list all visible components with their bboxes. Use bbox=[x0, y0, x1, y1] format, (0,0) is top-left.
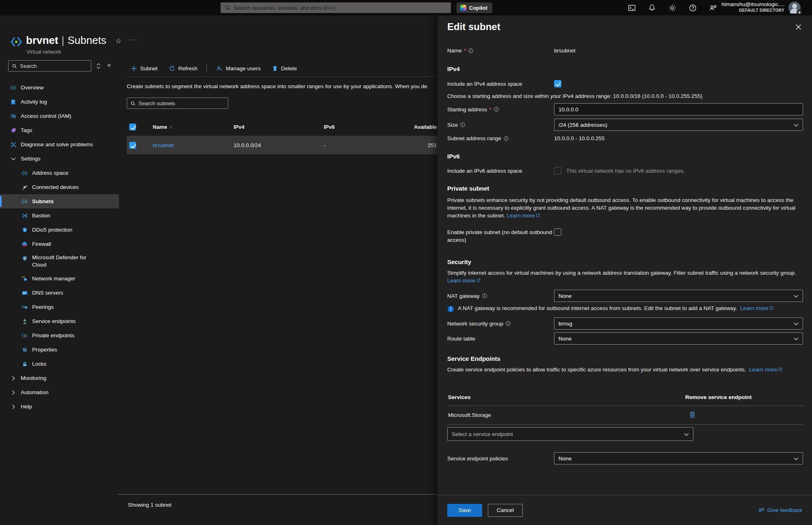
subnet-filter-input[interactable] bbox=[139, 100, 225, 106]
sidebar-item-service-endpoints[interactable]: Service endpoints bbox=[0, 314, 119, 328]
nat-info-text: A NAT gateway is recommended for outboun… bbox=[458, 305, 737, 311]
sidebar-item-automation[interactable]: Automation bbox=[0, 385, 119, 399]
chevron-down-icon bbox=[794, 293, 799, 299]
subnet-name-link[interactable]: brsubnet bbox=[153, 142, 174, 148]
global-search-input[interactable] bbox=[234, 5, 447, 11]
sidebar-item-activity-log[interactable]: Activity log bbox=[0, 95, 119, 109]
refresh-button[interactable]: Refresh bbox=[165, 62, 201, 75]
cloud-shell-icon[interactable] bbox=[628, 4, 636, 12]
address-space-icon bbox=[21, 169, 28, 176]
size-label: Size bbox=[447, 122, 458, 128]
select-all-checkbox[interactable] bbox=[129, 124, 136, 130]
nat-learn-more-link[interactable]: Learn more bbox=[740, 305, 773, 311]
sidebar-item-locks[interactable]: Locks bbox=[0, 357, 119, 371]
account-menu[interactable]: himanshu@itsumologic.... DEFAULT DIRECTO… bbox=[721, 1, 784, 13]
column-header-name[interactable]: Name↑ bbox=[153, 124, 234, 130]
feedback-icon bbox=[758, 507, 764, 514]
private-subnet-checkbox-label: Enable private subnet (no default outbou… bbox=[447, 228, 554, 244]
sidebar-item-peerings[interactable]: Peerings bbox=[0, 300, 119, 314]
sidebar-search[interactable] bbox=[8, 60, 91, 72]
save-button[interactable]: Save bbox=[447, 504, 482, 517]
subnet-range-label: Subnet address range bbox=[447, 135, 501, 141]
sidebar-item-diagnose-and-solve-problems[interactable]: Diagnose and solve problems bbox=[0, 137, 119, 152]
sidebar-item-access-control-iam[interactable]: Access control (IAM) bbox=[0, 109, 119, 123]
sidebar-item-subnets[interactable]: Subnets bbox=[0, 194, 119, 208]
bastion-icon bbox=[21, 212, 28, 219]
nat-gateway-label: NAT gateway bbox=[447, 293, 480, 299]
subnet-filter[interactable] bbox=[127, 98, 228, 109]
manage-users-button[interactable]: Manage users bbox=[212, 62, 265, 75]
sidebar-item-label: Locks bbox=[32, 361, 46, 367]
sidebar-item-label: Monitoring bbox=[21, 375, 46, 381]
security-learn-more-link[interactable]: Learn more bbox=[447, 278, 481, 284]
sidebar-item-properties[interactable]: Properties bbox=[0, 343, 119, 357]
nat-gateway-select[interactable]: None bbox=[554, 290, 803, 302]
ipv4-checkbox[interactable] bbox=[554, 80, 561, 87]
sidebar-item-ddos-protection[interactable]: DDoS protection bbox=[0, 223, 119, 237]
column-header-ipv4[interactable]: IPv4 bbox=[234, 124, 324, 130]
sidebar-item-label: Diagnose and solve problems bbox=[21, 141, 93, 148]
sidebar-item-tags[interactable]: Tags bbox=[0, 123, 119, 137]
sidebar-item-label: Activity log bbox=[21, 99, 47, 105]
service-endpoint-select[interactable]: Select a service endpoint bbox=[447, 427, 693, 441]
more-options-icon[interactable]: ··· bbox=[129, 36, 138, 43]
sidebar-item-bastion[interactable]: Bastion bbox=[0, 208, 119, 223]
service-endpoints-learn-more-link[interactable]: Learn more bbox=[749, 367, 782, 373]
sidebar-item-help[interactable]: Help bbox=[0, 399, 119, 414]
global-search[interactable] bbox=[221, 2, 451, 13]
sidebar-item-firewall[interactable]: Firewall bbox=[0, 237, 119, 251]
settings-gear-icon[interactable] bbox=[668, 4, 676, 12]
delete-button[interactable]: Delete bbox=[268, 62, 301, 75]
subnet-button[interactable]: Subnet bbox=[127, 62, 162, 75]
service-endpoint-policies-select[interactable]: None bbox=[554, 452, 803, 464]
collapse-sidebar-icon[interactable]: « bbox=[107, 61, 111, 69]
size-select[interactable]: /24 (256 addresses) bbox=[554, 119, 803, 131]
private-subnet-learn-more-link[interactable]: Learn more bbox=[507, 213, 540, 219]
table-row[interactable]: brsubnet10.0.0.0/24-251 bbox=[127, 136, 437, 154]
close-icon[interactable] bbox=[793, 22, 803, 32]
sidebar-item-address-space[interactable]: Address space bbox=[0, 166, 119, 180]
chevron-down-icon bbox=[794, 122, 799, 128]
search-icon bbox=[12, 63, 17, 69]
sidebar-item-overview[interactable]: Overview bbox=[0, 80, 119, 95]
sidebar-item-connected-devices[interactable]: Connected devices bbox=[0, 180, 119, 194]
nsg-select[interactable]: brnsg bbox=[554, 317, 803, 330]
remove-service-endpoint-icon[interactable] bbox=[689, 411, 695, 419]
activity-log-icon bbox=[10, 98, 17, 105]
sidebar-item-microsoft-defender-for-cloud[interactable]: Microsoft Defender for Cloud bbox=[0, 251, 119, 271]
command-bar: SubnetRefreshManage usersDelete bbox=[127, 60, 437, 76]
security-section-header: Security bbox=[447, 258, 803, 266]
chevron-down-icon bbox=[684, 431, 689, 437]
sidebar-item-label: Settings bbox=[21, 156, 41, 162]
info-icon bbox=[504, 136, 509, 141]
external-link-icon bbox=[778, 366, 782, 373]
feedback-icon[interactable] bbox=[709, 4, 717, 12]
starting-address-input[interactable] bbox=[554, 103, 803, 115]
row-checkbox[interactable] bbox=[129, 142, 136, 149]
sidebar-item-settings[interactable]: Settings bbox=[0, 152, 119, 166]
sidebar-item-network-manager[interactable]: Network manager bbox=[0, 271, 119, 286]
sidebar-item-private-endpoints[interactable]: Private endpoints bbox=[0, 328, 119, 343]
favorite-star-icon[interactable]: ☆ bbox=[115, 37, 121, 45]
sidebar-item-dns-servers[interactable]: DNS servers bbox=[0, 286, 119, 300]
plus-icon bbox=[131, 65, 137, 72]
sidebar-item-label: Service endpoints bbox=[32, 318, 76, 324]
private-subnet-checkbox[interactable] bbox=[554, 228, 561, 236]
expand-collapse-all-icon[interactable] bbox=[96, 63, 101, 71]
sidebar-item-monitoring[interactable]: Monitoring bbox=[0, 371, 119, 385]
sidebar-item-label: Subnets bbox=[32, 198, 54, 204]
sidebar-search-input[interactable] bbox=[20, 63, 88, 69]
route-table-select[interactable]: None bbox=[554, 332, 803, 345]
help-icon[interactable] bbox=[689, 4, 697, 12]
column-header-ipv6[interactable]: IPv6 bbox=[324, 124, 414, 130]
cancel-button[interactable]: Cancel bbox=[488, 504, 523, 517]
avatar[interactable] bbox=[788, 2, 801, 14]
dns-servers-icon bbox=[21, 289, 28, 296]
ipv4-checkbox-label: Include an IPv4 address space bbox=[447, 81, 554, 87]
column-header-available[interactable]: Available bbox=[414, 124, 437, 130]
subnet-available: 251 bbox=[414, 142, 437, 148]
copilot-button[interactable]: Copilot bbox=[457, 2, 492, 13]
notifications-icon[interactable] bbox=[648, 4, 656, 12]
give-feedback-link[interactable]: Give feedback bbox=[758, 507, 802, 514]
sidebar-item-label: Private endpoints bbox=[32, 332, 74, 338]
